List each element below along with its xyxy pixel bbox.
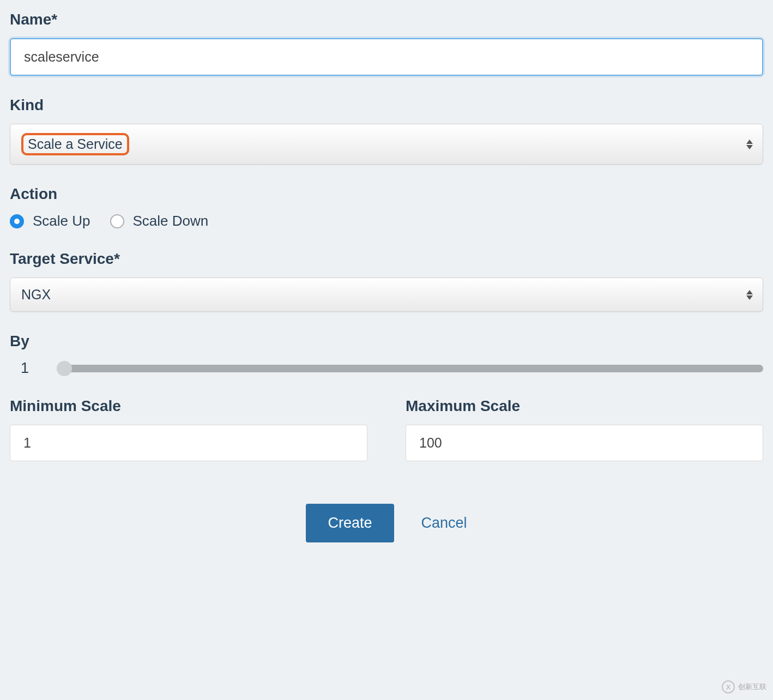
max-scale-input[interactable]	[406, 425, 763, 461]
by-slider[interactable]	[64, 365, 763, 372]
create-button[interactable]: Create	[306, 504, 394, 542]
min-scale-group: Minimum Scale	[10, 397, 367, 461]
button-row: Create Cancel	[10, 504, 763, 542]
radio-scale-up-label: Scale Up	[33, 213, 90, 230]
max-scale-label: Maximum Scale	[406, 397, 763, 415]
select-arrows-icon	[746, 140, 753, 149]
kind-label: Kind	[10, 96, 763, 114]
by-slider-row: 1	[10, 360, 763, 377]
radio-scale-up-indicator	[10, 214, 24, 228]
radio-scale-down-indicator	[110, 214, 124, 228]
action-label: Action	[10, 185, 763, 203]
cancel-button[interactable]: Cancel	[421, 515, 467, 532]
action-group: Action Scale Up Scale Down	[10, 185, 763, 230]
svg-marker-2	[746, 290, 753, 294]
radio-scale-up[interactable]: Scale Up	[10, 213, 90, 230]
scale-limits-row: Minimum Scale Maximum Scale	[10, 397, 763, 482]
svg-marker-3	[746, 295, 753, 300]
target-service-value: NGX	[21, 287, 51, 302]
by-slider-thumb[interactable]	[57, 361, 72, 376]
by-group: By 1	[10, 333, 763, 377]
target-service-group: Target Service* NGX	[10, 250, 763, 312]
kind-value: Scale a Service	[21, 133, 129, 155]
name-label: Name*	[10, 11, 763, 28]
min-scale-input[interactable]	[10, 425, 367, 461]
min-scale-label: Minimum Scale	[10, 397, 367, 415]
name-group: Name*	[10, 11, 763, 76]
svg-marker-1	[746, 145, 753, 149]
target-service-select[interactable]: NGX	[10, 277, 763, 312]
kind-group: Kind Scale a Service	[10, 96, 763, 165]
radio-scale-down-label: Scale Down	[133, 213, 209, 230]
by-value: 1	[21, 360, 32, 377]
target-service-label: Target Service*	[10, 250, 763, 268]
svg-marker-0	[746, 140, 753, 144]
action-radio-row: Scale Up Scale Down	[10, 213, 763, 230]
name-input[interactable]	[10, 38, 763, 76]
select-arrows-icon	[746, 290, 753, 300]
max-scale-group: Maximum Scale	[406, 397, 763, 461]
radio-scale-down[interactable]: Scale Down	[110, 213, 209, 230]
by-label: By	[10, 333, 763, 350]
kind-select[interactable]: Scale a Service	[10, 124, 763, 165]
